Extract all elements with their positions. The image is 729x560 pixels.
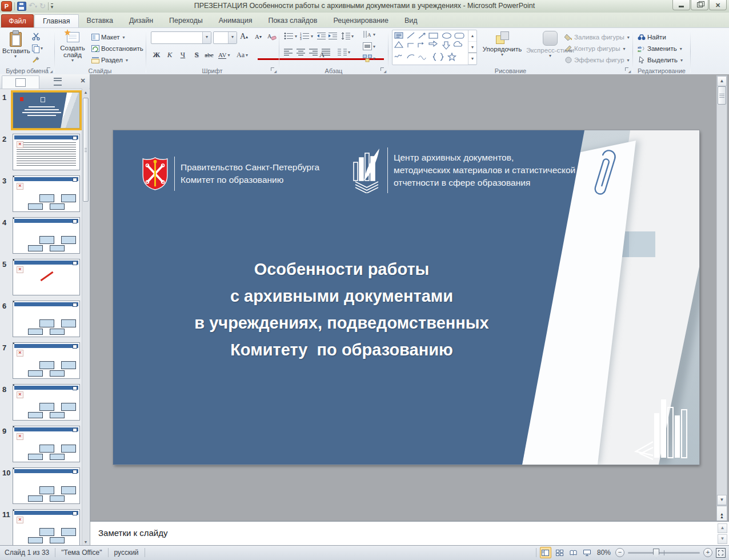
zoom-level[interactable]: 80%	[597, 549, 611, 557]
dropdown-arrow-icon[interactable]: ▾	[202, 32, 211, 43]
scroll-up-icon[interactable]: ▲	[82, 89, 89, 96]
scroll-down-icon[interactable]: ▼	[468, 42, 476, 53]
paste-button[interactable]: Вставить	[2, 29, 29, 66]
slide-thumbnail[interactable]: 1	[0, 92, 82, 127]
character-spacing-button[interactable]: AV	[218, 49, 230, 61]
tab-view[interactable]: Вид	[396, 14, 426, 27]
tab-slideshow[interactable]: Показ слайдов	[260, 14, 325, 27]
scroll-up-icon[interactable]: ▲	[717, 76, 727, 86]
vertical-scrollbar[interactable]: ▲ ▼	[716, 75, 727, 506]
slide-counter[interactable]: Слайд 1 из 33	[5, 549, 49, 557]
zoom-in-button[interactable]: +	[703, 548, 712, 557]
decrease-indent-button[interactable]	[317, 32, 326, 40]
thumbnail-preview[interactable]: ×	[13, 426, 80, 462]
slideshow-view-button[interactable]	[582, 547, 592, 558]
thumbnail-preview[interactable]	[13, 217, 80, 254]
replace-button[interactable]: abac Заменить	[638, 43, 682, 54]
slide-title[interactable]: Особенности работы с архивными документа…	[146, 256, 537, 363]
zoom-out-button[interactable]: −	[615, 548, 624, 557]
tab-design[interactable]: Дизайн	[121, 14, 161, 27]
grow-font-button[interactable]: A▴	[238, 30, 250, 43]
slide-thumbnail[interactable]: 3×	[0, 175, 82, 211]
shape-outline-button[interactable]: Контур фигуры	[564, 43, 625, 54]
thumbnail-preview[interactable]	[13, 92, 80, 129]
clear-formatting-button[interactable]: A	[266, 30, 278, 43]
text-direction-button[interactable]: A	[363, 30, 375, 38]
thumbnail-preview[interactable]: ×	[13, 175, 80, 212]
copy-button[interactable]	[32, 42, 43, 54]
change-case-button[interactable]: Aa	[237, 49, 248, 61]
panel-scrollbar[interactable]: ▲ ▼	[82, 89, 89, 546]
dropdown-arrow-icon[interactable]: ▾	[228, 32, 237, 43]
shape-fill-button[interactable]: Заливка фигуры	[564, 31, 630, 43]
tab-outline[interactable]	[39, 75, 76, 88]
text-shadow-button[interactable]: S	[191, 49, 202, 61]
thumbnail-preview[interactable]	[13, 467, 80, 504]
bold-button[interactable]: Ж	[151, 49, 162, 61]
slide-thumbnail[interactable]: 8×	[0, 384, 82, 419]
normal-view-button[interactable]	[540, 547, 551, 558]
align-center-button[interactable]	[297, 49, 305, 56]
minimize-button[interactable]	[672, 0, 690, 10]
tab-insert[interactable]: Вставка	[79, 14, 121, 27]
tab-slides-thumbnails[interactable]	[2, 75, 39, 89]
previous-slide-button[interactable]: ▲▲	[720, 513, 724, 518]
slide-thumbnail[interactable]: 4	[0, 217, 82, 253]
gallery-expand-icon[interactable]: ▼	[468, 53, 476, 65]
reading-view-button[interactable]	[568, 547, 579, 558]
notes-scrollbar[interactable]: ▲ ▼	[718, 523, 727, 544]
align-text-button[interactable]	[363, 42, 375, 50]
scrollbar-thumb[interactable]	[718, 86, 726, 105]
tab-home[interactable]: Главная	[34, 14, 79, 27]
slide-thumbnail[interactable]: 10	[0, 467, 82, 503]
shrink-font-button[interactable]: A▾	[253, 30, 264, 43]
strikethrough-button[interactable]: abc	[203, 49, 215, 61]
dialog-launcher-icon[interactable]	[380, 67, 386, 73]
tab-review[interactable]: Рецензирование	[325, 14, 396, 27]
close-button[interactable]: ✕	[709, 0, 727, 10]
increase-indent-button[interactable]	[329, 32, 337, 40]
zoom-slider-thumb[interactable]	[653, 549, 659, 558]
restore-button[interactable]	[691, 0, 708, 10]
scroll-down-icon[interactable]: ▼	[717, 495, 727, 505]
cut-button[interactable]	[32, 31, 41, 42]
close-panel-icon[interactable]: ✕	[78, 77, 87, 86]
undo-icon[interactable]: ↶▾	[29, 2, 37, 11]
italic-button[interactable]: К	[164, 49, 175, 61]
customize-qat-icon[interactable]: ▾	[51, 3, 54, 9]
convert-smartart-button[interactable]	[363, 54, 375, 62]
line-spacing-button[interactable]	[341, 32, 354, 40]
arrange-button[interactable]: Упорядочить	[480, 29, 524, 66]
format-painter-button[interactable]	[32, 54, 40, 65]
tab-transitions[interactable]: Переходы	[161, 14, 211, 27]
dialog-launcher-icon[interactable]	[47, 67, 53, 73]
slide-thumbnail[interactable]: 11×	[0, 509, 82, 545]
dialog-launcher-icon[interactable]	[625, 67, 631, 73]
section-button[interactable]: Раздел	[91, 54, 128, 66]
scroll-up-icon[interactable]: ▲	[718, 523, 727, 533]
thumbnail-preview[interactable]: ×	[13, 259, 80, 295]
thumbnail-preview[interactable]	[13, 301, 80, 337]
underline-button[interactable]: Ч	[177, 49, 189, 61]
save-icon[interactable]	[17, 2, 26, 11]
dialog-launcher-icon[interactable]	[271, 67, 277, 73]
thumbnail-preview[interactable]: ×	[13, 134, 80, 170]
redo-icon[interactable]: ↻	[39, 2, 46, 10]
theme-name[interactable]: "Тема Office"	[61, 549, 102, 557]
select-button[interactable]: Выделить	[638, 54, 683, 66]
align-right-button[interactable]	[309, 49, 318, 56]
slide-1[interactable]: Правительство Санкт-Петербурга Комитет п…	[113, 130, 699, 465]
shape-effects-button[interactable]: Эффекты фигур	[564, 54, 630, 66]
bullets-button[interactable]	[284, 32, 297, 40]
reset-button[interactable]: Восстановить	[91, 43, 143, 54]
slide-sorter-view-button[interactable]	[555, 547, 565, 558]
slide-thumbnail[interactable]: 7×	[0, 342, 82, 378]
shapes-gallery[interactable]: ▲ ▼ ▼	[392, 30, 477, 65]
align-left-button[interactable]	[284, 49, 293, 56]
slide-thumbnail[interactable]: 9×	[0, 426, 82, 461]
slide-thumbnail[interactable]: 6	[0, 301, 82, 336]
numbering-button[interactable]: 123	[300, 32, 313, 40]
columns-button[interactable]	[338, 49, 350, 56]
notes-placeholder[interactable]: Заметки к слайду	[98, 528, 168, 538]
notes-pane[interactable]: Заметки к слайду ▲ ▼	[90, 521, 729, 546]
